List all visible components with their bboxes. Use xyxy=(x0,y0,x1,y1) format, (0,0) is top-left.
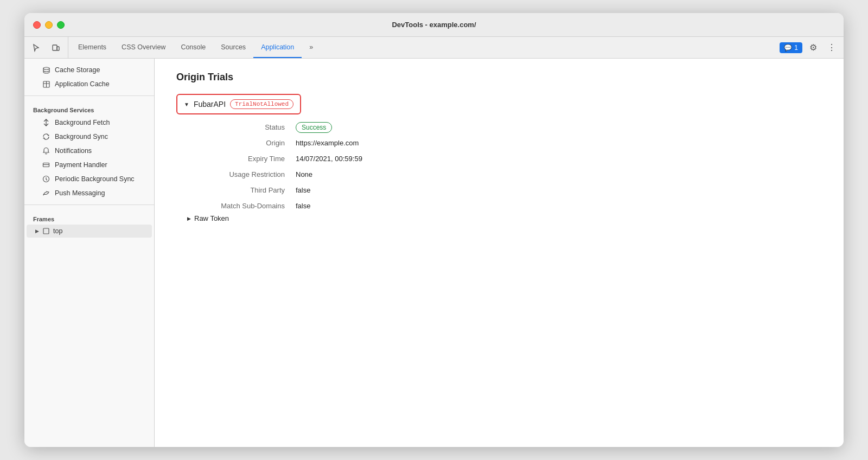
tab-elements[interactable]: Elements xyxy=(71,37,114,58)
push-messaging-label: Push Messaging xyxy=(55,189,143,197)
message-badge[interactable]: 💬 1 xyxy=(780,42,802,53)
periodic-bg-sync-icon xyxy=(42,175,50,183)
svg-point-2 xyxy=(43,67,49,69)
usage-restriction-label: Usage Restriction xyxy=(187,170,296,178)
toolbar-left xyxy=(29,37,68,58)
push-messaging-icon xyxy=(42,189,50,197)
close-button[interactable] xyxy=(33,21,41,29)
tabs-container: Elements CSS Overview Console Sources Ap… xyxy=(71,37,780,58)
gear-icon: ⚙ xyxy=(809,42,817,53)
badge-count: 1 xyxy=(794,44,798,52)
main-content: Cache Storage Application Cache Backgrou… xyxy=(24,59,844,447)
svg-rect-0 xyxy=(53,45,57,50)
status-label: Status xyxy=(187,123,296,131)
periodic-background-sync-label: Periodic Background Sync xyxy=(55,175,143,183)
tab-more[interactable]: » xyxy=(302,37,321,58)
trial-entry: ▼ FubarAPI TrialNotAllowed Status Succes… xyxy=(176,94,822,222)
page-title: Origin Trials xyxy=(176,72,822,83)
sidebar-item-background-fetch[interactable]: Background Fetch xyxy=(27,116,152,130)
toolbar-right: 💬 1 ⚙ ⋮ xyxy=(780,37,839,58)
message-icon: 💬 xyxy=(784,44,792,52)
minimize-button[interactable] xyxy=(45,21,53,29)
settings-button[interactable]: ⚙ xyxy=(806,40,821,55)
application-cache-icon xyxy=(42,80,50,88)
sidebar-item-payment-handler[interactable]: Payment Handler xyxy=(27,158,152,172)
frames-top-label: top xyxy=(53,227,62,235)
sidebar-item-cache-storage[interactable]: Cache Storage xyxy=(27,63,152,77)
background-fetch-icon xyxy=(42,118,50,127)
device-toggle-icon[interactable] xyxy=(48,40,63,55)
tab-console[interactable]: Console xyxy=(173,37,213,58)
content-area: Origin Trials ▼ FubarAPI TrialNotAllowed… xyxy=(155,59,844,447)
sidebar-item-periodic-background-sync[interactable]: Periodic Background Sync xyxy=(27,172,152,186)
raw-token-row[interactable]: ▶ Raw Token xyxy=(176,214,822,222)
trial-details-table: Status Success Origin https://example.co… xyxy=(176,123,822,210)
more-menu-button[interactable]: ⋮ xyxy=(824,40,839,55)
notifications-icon xyxy=(42,146,50,155)
background-sync-label: Background Sync xyxy=(55,133,143,140)
sidebar-divider-2 xyxy=(24,205,154,205)
devtools-window: DevTools - example.com/ Elements CSS Ove… xyxy=(24,13,844,447)
sidebar-item-background-sync[interactable]: Background Sync xyxy=(27,130,152,144)
background-sync-icon xyxy=(42,132,50,141)
origin-label: Origin xyxy=(187,139,296,147)
title-bar: DevTools - example.com/ xyxy=(24,13,844,37)
trial-not-allowed-badge: TrialNotAllowed xyxy=(230,99,293,109)
sidebar-divider-1 xyxy=(24,95,154,96)
sidebar-item-frames-top[interactable]: ▶ top xyxy=(27,225,152,238)
status-badge: Success xyxy=(296,122,332,133)
raw-token-label: Raw Token xyxy=(194,214,229,222)
notifications-label: Notifications xyxy=(55,147,143,155)
payment-handler-label: Payment Handler xyxy=(55,161,143,169)
match-sub-domains-label: Match Sub-Domains xyxy=(187,202,296,210)
trial-expand-arrow: ▼ xyxy=(184,101,189,107)
sidebar-item-notifications[interactable]: Notifications xyxy=(27,144,152,158)
trial-name: FubarAPI xyxy=(194,100,226,108)
tab-application[interactable]: Application xyxy=(253,37,302,58)
frame-icon xyxy=(42,227,50,235)
tab-sources[interactable]: Sources xyxy=(213,37,253,58)
more-icon: ⋮ xyxy=(827,42,836,53)
frames-arrow-icon: ▶ xyxy=(35,228,39,234)
sidebar-item-application-cache[interactable]: Application Cache xyxy=(27,77,152,91)
status-value: Success xyxy=(296,123,822,131)
window-title: DevTools - example.com/ xyxy=(392,21,476,29)
traffic-lights xyxy=(33,21,65,29)
tab-bar: Elements CSS Overview Console Sources Ap… xyxy=(24,37,844,59)
application-cache-label: Application Cache xyxy=(55,80,143,88)
third-party-value: false xyxy=(296,186,822,194)
payment-handler-icon xyxy=(42,161,50,169)
expiry-time-value: 14/07/2021, 00:59:59 xyxy=(296,155,822,163)
match-sub-domains-value: false xyxy=(296,202,822,210)
background-fetch-label: Background Fetch xyxy=(55,119,143,126)
background-services-label: Background Services xyxy=(24,100,154,116)
origin-value: https://example.com xyxy=(296,139,822,147)
trial-header[interactable]: ▼ FubarAPI TrialNotAllowed xyxy=(176,94,301,114)
tab-css-overview[interactable]: CSS Overview xyxy=(114,37,173,58)
third-party-label: Third Party xyxy=(187,186,296,194)
expiry-time-label: Expiry Time xyxy=(187,155,296,163)
raw-token-arrow-icon: ▶ xyxy=(187,216,191,221)
cursor-icon[interactable] xyxy=(29,40,44,55)
sidebar-item-push-messaging[interactable]: Push Messaging xyxy=(27,186,152,200)
svg-rect-9 xyxy=(43,228,49,234)
sidebar: Cache Storage Application Cache Backgrou… xyxy=(24,59,155,447)
maximize-button[interactable] xyxy=(57,21,65,29)
cache-storage-icon xyxy=(42,66,50,74)
svg-rect-1 xyxy=(57,47,59,50)
frames-label: Frames xyxy=(24,209,154,225)
usage-restriction-value: None xyxy=(296,170,822,178)
cache-storage-label: Cache Storage xyxy=(55,66,143,74)
